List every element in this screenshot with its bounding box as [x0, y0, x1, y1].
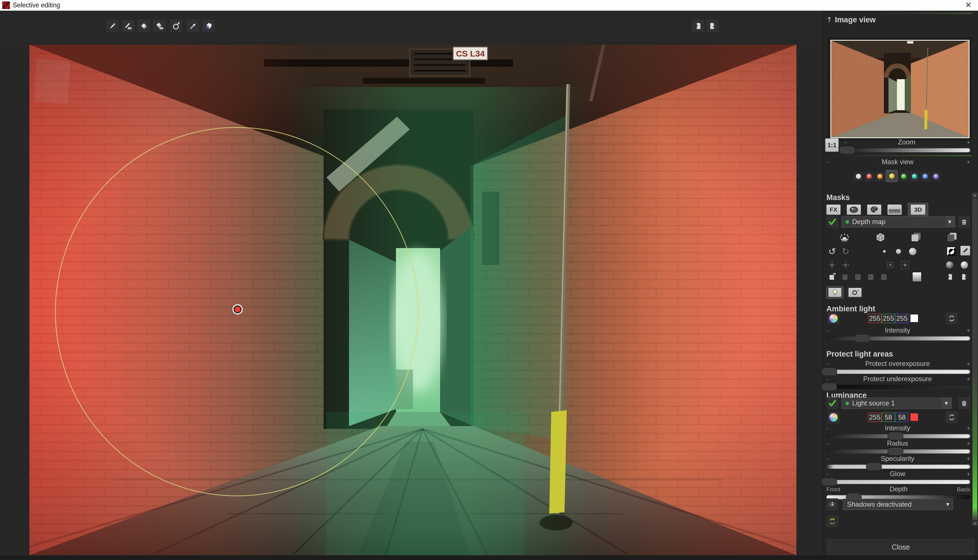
blue-value-input[interactable] [896, 314, 908, 323]
mask-color-yellow-button[interactable] [886, 170, 898, 182]
slider-track[interactable] [826, 385, 970, 389]
color-picker-tool-button[interactable] [187, 20, 199, 32]
title-bar[interactable]: Selective editing ✕ [0, 0, 978, 11]
slider-minus[interactable]: - [826, 327, 828, 334]
luminance-green-field[interactable] [881, 413, 895, 422]
slider-handle[interactable] [888, 448, 903, 455]
gradient-sphere-hard-button[interactable] [959, 259, 970, 271]
save-mask-button[interactable] [959, 271, 970, 283]
redo-button[interactable]: ↻ [840, 246, 851, 257]
close-button[interactable]: Close [827, 539, 975, 555]
mask-layer-select[interactable]: Depth map ▾ [841, 216, 955, 227]
contract-mask-button[interactable] [840, 259, 851, 271]
luminance-reset-button[interactable] [946, 412, 958, 423]
slider-plus[interactable]: + [967, 470, 970, 478]
red-value-input[interactable] [869, 413, 881, 422]
brush-size-large-button[interactable] [907, 246, 918, 257]
zoom-minus[interactable]: - [844, 139, 846, 146]
ambient-blue-field[interactable] [895, 313, 909, 323]
fill-mask-tool-button[interactable] [202, 20, 215, 32]
slider-minus[interactable]: - [826, 470, 828, 478]
soft-brush-tool-button[interactable] [170, 20, 182, 32]
slider-plus[interactable]: + [967, 360, 970, 368]
import-mask-button[interactable] [692, 20, 704, 32]
brush-size-medium-button[interactable] [893, 246, 904, 257]
paste-grid-a-button[interactable] [853, 271, 864, 283]
delete-layer-button[interactable] [958, 216, 970, 228]
slider-handle[interactable] [866, 463, 882, 471]
gradient-sphere-soft-button[interactable] [944, 259, 955, 271]
soft-edge-small-button[interactable] [885, 259, 896, 271]
ambient-color-swatch[interactable] [910, 315, 918, 322]
luminance-color-sphere-button[interactable] [828, 412, 839, 423]
editing-canvas[interactable]: CS L34 [29, 45, 796, 555]
mask-color-white-button[interactable] [854, 172, 863, 182]
slider-track[interactable] [826, 480, 970, 484]
slider-plus[interactable]: + [967, 327, 970, 334]
camera-mode-button[interactable] [847, 287, 863, 298]
slider-track[interactable] [826, 434, 970, 438]
slider-handle[interactable] [888, 432, 903, 440]
brush-size-small-button[interactable] [879, 246, 890, 257]
soft-edge-large-button[interactable] [899, 259, 911, 271]
scrollbar-up-button[interactable]: ▴ [972, 193, 978, 197]
slider-plus[interactable]: + [967, 455, 970, 463]
slider-handle[interactable] [821, 368, 837, 376]
invert-mask-button[interactable] [946, 246, 957, 257]
slider-track[interactable] [826, 370, 970, 374]
mask-view-minus[interactable]: - [826, 158, 828, 166]
paste-mask-button[interactable] [839, 271, 851, 283]
light-source-select[interactable]: Light source 1 ▾ [841, 398, 952, 409]
slider-handle[interactable] [821, 383, 837, 391]
luminance-red-field[interactable] [868, 413, 881, 422]
export-mask-button[interactable] [706, 20, 719, 32]
slider-handle[interactable] [854, 335, 870, 342]
slider-handle[interactable] [821, 478, 837, 486]
luminance-blue-field[interactable] [895, 413, 909, 422]
image-view-header[interactable]: ↑ Image view [826, 15, 970, 24]
luminance-color-swatch[interactable] [910, 413, 918, 421]
area-erase-tool-button[interactable] [153, 20, 166, 32]
ambient-red-field[interactable] [868, 313, 881, 323]
ambient-color-sphere-button[interactable] [828, 312, 839, 324]
sun-horizon-mode-button[interactable] [839, 232, 850, 243]
slider-minus[interactable]: - [826, 360, 828, 368]
copy-mask-button[interactable] [826, 271, 838, 283]
mask-color-blue-button[interactable] [920, 172, 930, 182]
slider-plus[interactable]: + [967, 375, 970, 383]
shadow-settings-button[interactable] [826, 498, 838, 510]
light-source-marker[interactable] [234, 306, 241, 313]
gradient-fill-button[interactable] [911, 271, 923, 283]
mask-color-purple-button[interactable] [931, 172, 941, 182]
cube-mode-button[interactable] [875, 232, 886, 243]
erase-mask-tool-button[interactable] [137, 20, 150, 32]
slider-minus[interactable]: - [826, 375, 828, 383]
light-mode-button-active[interactable] [826, 287, 843, 298]
tab-lens[interactable] [847, 205, 861, 215]
paint-mask-tool-button[interactable] [106, 20, 119, 32]
layers-light-mode-button[interactable] [911, 232, 922, 243]
slider-plus[interactable]: + [967, 440, 970, 447]
zoom-one-to-one-button[interactable]: 1:1 [825, 138, 839, 152]
mask-color-orange-button[interactable] [875, 172, 885, 182]
zoom-handle[interactable] [839, 147, 855, 154]
layer-enabled-check-button[interactable] [826, 216, 838, 228]
ambient-green-field[interactable] [881, 313, 895, 323]
tab-fx[interactable]: FX [826, 205, 841, 215]
window-close-button[interactable]: ✕ [963, 0, 974, 10]
paste-grid-b-button[interactable] [866, 271, 877, 283]
slider-minus[interactable]: - [826, 455, 828, 463]
tab-palette[interactable] [867, 205, 881, 215]
blue-value-input[interactable] [896, 413, 908, 422]
mask-view-plus[interactable]: + [967, 158, 970, 166]
shadows-select[interactable]: Shadows deactivated ▾ [843, 499, 953, 510]
mask-color-green-button[interactable] [899, 172, 908, 182]
slider-minus[interactable]: - [826, 440, 828, 447]
green-value-input[interactable] [882, 413, 894, 422]
green-value-input[interactable] [882, 314, 894, 323]
mask-color-teal-button[interactable] [909, 172, 919, 182]
expand-mask-button[interactable] [826, 259, 838, 271]
mask-color-red-button[interactable] [864, 172, 874, 182]
mask-brush-button[interactable] [960, 246, 970, 255]
zoom-plus[interactable]: + [967, 139, 970, 146]
